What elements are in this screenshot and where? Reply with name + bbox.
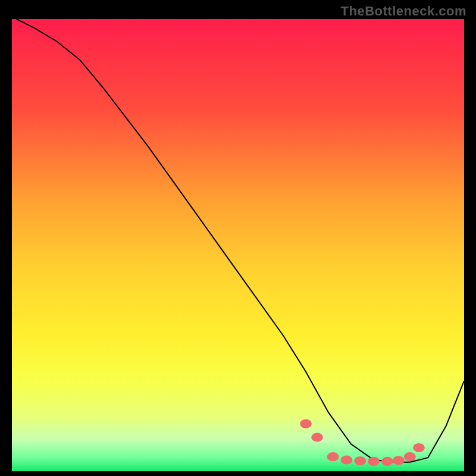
chart-frame <box>10 18 466 475</box>
highlight-point <box>368 457 380 466</box>
highlight-point <box>354 456 366 465</box>
bottleneck-chart <box>12 19 464 471</box>
highlight-point <box>300 419 312 428</box>
highlight-point <box>341 455 353 464</box>
highlight-point <box>413 443 425 452</box>
highlight-point <box>381 457 393 466</box>
highlight-point <box>311 433 323 441</box>
highlight-point <box>404 452 416 461</box>
watermark-text: TheBottleneck.com <box>341 4 466 19</box>
highlight-point <box>327 452 339 461</box>
highlight-point <box>393 456 405 465</box>
gradient-background <box>12 19 464 471</box>
